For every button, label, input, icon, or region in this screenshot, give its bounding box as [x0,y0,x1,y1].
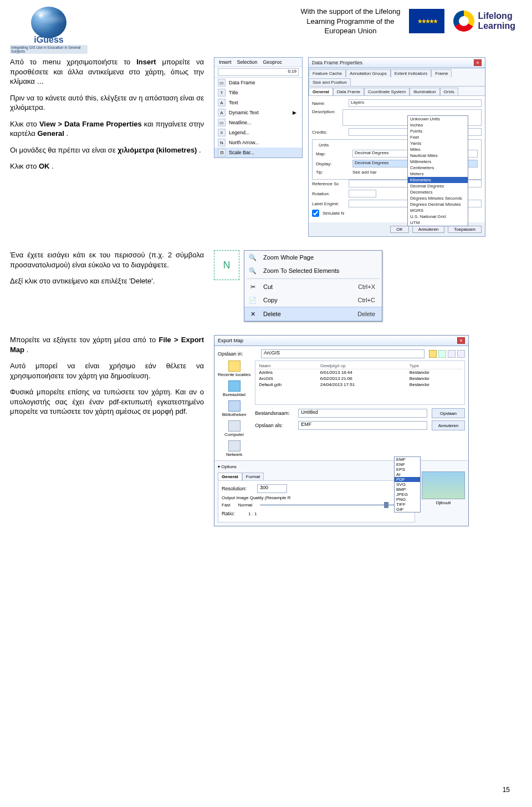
menu-item-scale-bar[interactable]: ⊟Scale Bar... [214,148,302,158]
save-button[interactable]: Opslaan [432,408,465,418]
simulate-checkbox[interactable] [312,210,319,217]
tab-extent-indicators[interactable]: Extent Indicators [391,69,432,77]
menu-item-dynamic-text[interactable]: ADynamic Text▶ [214,108,302,118]
file-row[interactable]: Default.gdb 24/04/2013 17:51 Bestandsr [257,382,463,388]
selected-north-arrow-icon[interactable]: N [214,250,239,280]
ctx-zoom-whole-page[interactable]: 🔍Zoom Whole Page [244,251,382,264]
name-input[interactable]: Layers [349,99,482,107]
menu-item-north-arrow[interactable]: NNorth Arrow... [214,138,302,148]
up-icon[interactable] [438,350,446,358]
close-icon[interactable]: × [457,337,465,344]
tab-grids[interactable]: Grids [440,88,458,95]
unit-option[interactable]: Millimeters [408,159,468,165]
display-units-list[interactable]: Unknown Units Inches Points Feet Yards M… [407,115,468,226]
file-name: AddIns [257,369,319,376]
menubar-item[interactable]: Geoproc [263,59,283,65]
format-option[interactable]: ENF [395,462,420,467]
rotation-input[interactable] [349,190,376,197]
quality-slider[interactable]: Fast Normal Best [222,503,411,507]
format-option[interactable]: EMF [395,457,420,462]
name-label: Name: [312,101,345,106]
tab-coord-system[interactable]: Coordinate System [364,88,410,95]
menu-item-data-frame[interactable]: ▭Data Frame [214,78,302,88]
view-icon[interactable] [457,350,465,358]
unit-option[interactable]: Yards [408,140,468,146]
format-option[interactable]: BMP [395,487,420,492]
col-header[interactable]: Type [408,363,463,369]
tab-feature-cache[interactable]: Feature Cache [309,69,346,77]
unit-option[interactable]: Degrees Minutes Seconds [408,195,468,201]
format-option[interactable]: EPS [395,467,420,472]
menu-label: Text [229,100,238,105]
tab-size-position[interactable]: Size and Position [309,78,351,86]
menu-item-title[interactable]: TTitle [214,88,302,98]
tab-general[interactable]: General [309,88,333,95]
new-folder-icon[interactable] [448,350,456,358]
tab-annotation-groups[interactable]: Annotation Groups [346,69,391,77]
format-option[interactable]: JPEG [395,492,420,497]
format-option[interactable]: TIFF [395,502,420,507]
resolution-input[interactable]: 300 [257,484,287,493]
unit-option[interactable]: UTM [408,220,468,226]
col-header[interactable]: Gewijzigd op [319,363,408,369]
unit-option[interactable]: Inches [408,122,468,128]
file-row[interactable]: AddIns 6/01/2013 18:44 Bestandsr [257,369,463,376]
format-option-selected[interactable]: PDF [395,477,420,482]
legend-icon: ≡ [218,129,226,136]
format-option[interactable]: SVG [395,482,420,487]
options-toggle[interactable]: ▾ Options [218,464,465,469]
unit-option[interactable]: Decimal Degrees [408,183,468,189]
ctx-copy[interactable]: 📄CopyCtrl+C [244,293,382,307]
unit-option[interactable]: Miles [408,146,468,153]
unit-option[interactable]: Meters [408,171,468,177]
menubar-item[interactable]: Selection [237,59,258,65]
desc-label: Description: [312,109,339,114]
unit-option[interactable]: Nautical Miles [408,153,468,159]
menubar-item[interactable]: Insert [219,59,232,65]
tab-data-frame[interactable]: Data Frame [333,88,364,95]
unit-option[interactable]: Points [408,128,468,134]
unit-option[interactable]: Decimeters [408,189,468,195]
unit-option[interactable]: Unknown Units [408,116,468,122]
tab-general[interactable]: General [218,473,242,480]
unit-option[interactable]: Feet [408,134,468,140]
save-in-select[interactable]: ArcGIS [261,349,424,358]
unit-option[interactable]: Centimeters [408,165,468,171]
tab-frame[interactable]: Frame [431,69,452,77]
ctx-zoom-selected[interactable]: 🔍Zoom To Selected Elements [244,264,382,277]
format-list[interactable]: EMF ENF EPS AI PDF SVG BMP JPEG PNG TIFF… [394,456,421,512]
tab-illumination[interactable]: Illumination [410,88,439,95]
menu-label: Legend... [229,130,250,135]
sb-desktop[interactable]: Bureaublad [218,380,250,397]
menu-item-legend[interactable]: ≡Legend... [214,128,302,138]
sb-computer[interactable]: Computer [218,420,250,437]
back-icon[interactable] [429,350,437,358]
ok-button[interactable]: OK [390,226,409,233]
cancel-button[interactable]: Annuleren [432,420,465,430]
menu-item-neatline[interactable]: ▭Neatline... [214,118,302,128]
unit-option-selected[interactable]: Kilometers [408,177,468,183]
file-row[interactable]: ArcGIS 6/02/2013 21:06 Bestandsr [257,375,463,382]
sb-recent[interactable]: Recente locaties [218,361,250,377]
unit-option[interactable]: MGRS [408,207,468,214]
filename-input[interactable]: Untitled [298,409,427,418]
format-option[interactable]: GIF [395,507,420,512]
sb-network[interactable]: Netwerk [218,440,250,457]
ctx-cut[interactable]: ✂CutCtrl+X [244,280,382,293]
unit-option[interactable]: Degrees Decimal Minutes [408,201,468,207]
sb-libraries[interactable]: Bibliotheken [218,400,250,417]
apply-button[interactable]: Toepassen [448,226,482,233]
shortcut: Delete [357,311,375,317]
file-list[interactable]: Naam Gewijzigd op Type AddIns 6/01/2013 … [255,361,465,405]
close-icon[interactable]: × [474,59,482,66]
saveas-select[interactable]: EMF [298,421,427,430]
unit-option[interactable]: U.S. National Grid [408,214,468,220]
lifelong-learning-logo: Lifelong Learning [453,11,515,32]
format-option[interactable]: PNG [395,497,420,502]
ctx-delete[interactable]: ✕DeleteDelete [244,307,382,321]
cancel-button[interactable]: Annuleren [412,226,444,233]
col-header[interactable]: Naam [257,363,319,369]
format-option[interactable]: AI [395,472,420,477]
tab-format[interactable]: Format [242,473,264,480]
menu-item-text[interactable]: AText [214,98,302,108]
